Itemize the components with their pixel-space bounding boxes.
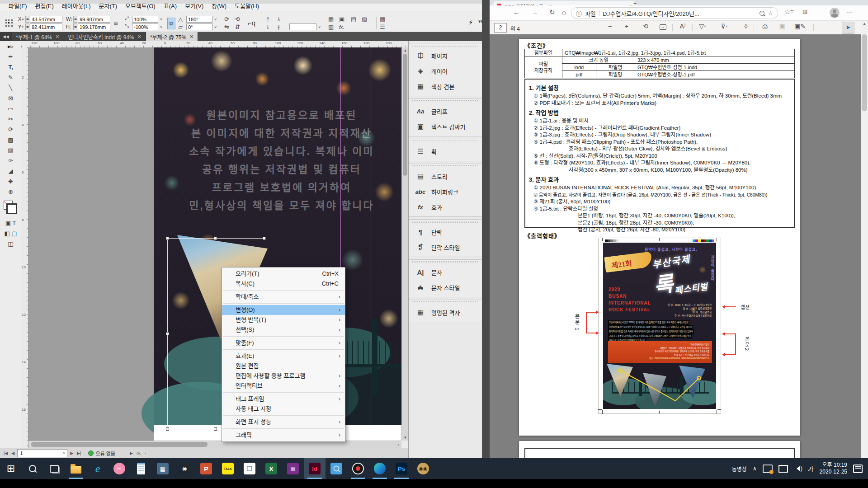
blue-book-app-button[interactable]: ❐ xyxy=(239,458,260,479)
page-number-input[interactable]: 2 xyxy=(494,23,507,33)
file-explorer-button[interactable] xyxy=(65,458,87,479)
close-icon[interactable]: ✕ xyxy=(137,34,142,40)
new-tab-icon[interactable]: + xyxy=(633,0,637,5)
prev-page-icon[interactable]: ◀ xyxy=(10,451,15,455)
text-frame-icon[interactable]: ▣ xyxy=(339,16,344,23)
tray-overflow-label[interactable]: 동영상 xyxy=(732,465,747,473)
history-clock-icon[interactable]: ◷, xyxy=(136,451,142,455)
panel-story[interactable]: ▤스토리 xyxy=(409,169,482,184)
task-view-button[interactable] xyxy=(43,458,65,479)
panel-layers[interactable]: ◈레이어 xyxy=(409,63,482,79)
owl-app-button[interactable]: ◉◉ xyxy=(412,458,434,479)
ctx-effects[interactable]: 효과(E)› xyxy=(222,351,345,361)
type-tool[interactable]: T, xyxy=(0,62,21,72)
scale-x-dropdown[interactable]: ˅ xyxy=(160,17,162,22)
ctx-zoom[interactable]: 확대/축소› xyxy=(222,292,345,302)
calculator-button[interactable]: ▦ xyxy=(152,458,174,479)
selection-handle[interactable] xyxy=(214,237,217,240)
selection-tool[interactable]: ▸▹ xyxy=(0,41,21,52)
read-aloud-icon[interactable]: A⁾ xyxy=(678,23,688,30)
panel-swatches[interactable]: ▦색상 견본 xyxy=(409,79,482,94)
screen-capture-button[interactable] xyxy=(326,458,347,479)
favorite-star-icon[interactable]: ☆ xyxy=(768,10,773,17)
scrollbar-thumb[interactable] xyxy=(31,442,208,447)
ctx-fitting[interactable]: 맞춤(F)› xyxy=(222,338,345,348)
scrollbar-thumb[interactable] xyxy=(403,54,407,176)
collections-icon[interactable]: ⊞ xyxy=(802,8,808,15)
ctx-copy[interactable]: 복사(C)Ctrl+C xyxy=(222,279,345,289)
save-icon[interactable]: ▣ xyxy=(777,23,787,30)
collapse-tabs-icon[interactable]: ◀◀ xyxy=(0,32,12,41)
fit-width-icon[interactable]: ↔ xyxy=(658,23,668,30)
distribute-icon[interactable]: ⫰ xyxy=(278,16,280,23)
x-field[interactable]: 43.547mm xyxy=(30,16,62,23)
pdf-content-area[interactable]: 《조건》 첨부파일 GTQ₩Image₩1급-1.ai, 1급-2.jpg, 1… xyxy=(490,34,861,458)
panel-paragraph[interactable]: ¶단락 xyxy=(409,224,482,239)
home-icon[interactable]: ⌂ xyxy=(562,8,566,16)
quick-apply-lightning-icon[interactable]: ⚡ xyxy=(468,19,473,27)
link-scale-icon[interactable]: ⧉ xyxy=(167,18,175,29)
next-page-icon[interactable]: ▶ xyxy=(69,451,74,455)
back-icon[interactable]: ← xyxy=(513,8,520,16)
notepad-button[interactable] xyxy=(130,458,152,479)
scrollbar-thumb[interactable] xyxy=(862,34,867,111)
stroke-weight-dropdown[interactable]: ˅ xyxy=(318,25,321,29)
vertical-ruler[interactable]: 246810121416 xyxy=(21,47,28,458)
frame-options-icon[interactable]: ▥ xyxy=(328,23,334,30)
ctx-edit-original[interactable]: 원본 편집 xyxy=(222,361,345,371)
vertical-scrollbar[interactable]: ▲ ▼ xyxy=(401,47,408,441)
h-field[interactable]: 199.178mm xyxy=(78,23,110,30)
selection-handle[interactable] xyxy=(214,427,217,431)
doc-tab-untitled1[interactable]: *무제-1 @ 64%✕ xyxy=(12,32,64,41)
formatting-affects-icon[interactable]: ▣ T xyxy=(0,218,21,228)
ctx-transform[interactable]: 변형(O)› xyxy=(222,305,345,315)
recorder-button[interactable] xyxy=(347,458,369,479)
purple-app-button[interactable]: ▦ xyxy=(282,458,304,479)
close-icon[interactable]: ✕ xyxy=(189,34,193,40)
search-button[interactable] xyxy=(22,458,43,479)
ime-korean-icon[interactable]: 가 xyxy=(808,464,814,473)
ctx-graphics[interactable]: 그래픽› xyxy=(222,430,345,440)
start-button[interactable]: ⊞ xyxy=(0,458,22,479)
flip-vertical-icon[interactable]: ⇵ xyxy=(235,23,240,30)
edge-scrollbar[interactable]: ▲ xyxy=(861,21,868,458)
excel-button[interactable]: X xyxy=(260,458,282,479)
photoshop-button[interactable]: Ps xyxy=(391,458,412,479)
ctx-select[interactable]: 선택(S)› xyxy=(222,325,345,335)
scroll-right-icon[interactable]: ‹ xyxy=(395,441,401,448)
ctx-autotag[interactable]: 자동 태그 지정 xyxy=(222,404,345,414)
preview-icon-1[interactable]: ▤ xyxy=(351,16,356,23)
panel-glyphs[interactable]: Aa글리프 xyxy=(409,103,482,119)
preview-icon-2[interactable]: ▧ xyxy=(362,16,367,23)
selection-handle[interactable] xyxy=(263,237,266,240)
panel-effects[interactable]: fx효과 xyxy=(409,199,482,215)
rotation-dropdown[interactable]: ˅ xyxy=(214,17,217,22)
page-number-dropdown[interactable]: 1 xyxy=(17,449,67,457)
rotate-cw-icon[interactable]: ⟳ xyxy=(224,16,229,23)
align-top-icon[interactable]: ⫯ xyxy=(267,16,269,23)
powerpoint-button[interactable]: P xyxy=(195,458,217,479)
address-bar[interactable]: ⓘ 파일 D:/수업자료/4.GTQ/인디자인/2020년... ☆ xyxy=(571,7,778,19)
scroll-up-icon[interactable]: ▲ xyxy=(861,21,868,27)
internet-explorer-button[interactable]: e xyxy=(87,458,108,479)
ctx-transform-again[interactable]: 변형 반복(T)› xyxy=(222,315,345,325)
note-tool[interactable]: ✑ xyxy=(0,155,21,166)
forward-icon[interactable]: → xyxy=(531,8,538,16)
shear-field[interactable]: 0° xyxy=(186,23,212,30)
eyedropper-tool[interactable]: ◢ xyxy=(0,166,21,176)
panel-named-grids[interactable]: ▦명명된 격자 xyxy=(409,305,482,320)
reference-point-proxy[interactable] xyxy=(5,19,13,27)
hand-tool[interactable]: ✥ xyxy=(0,176,21,187)
rotate-icon[interactable]: ⟲ xyxy=(641,23,651,30)
canvas[interactable]: 원본이미지 참고용으로 배포된 본 이미지에 대한 저작권과 지적재산 소속 작… xyxy=(28,47,401,441)
scroll-up-icon[interactable]: ▲ xyxy=(402,47,409,53)
edge-taskbar-button[interactable] xyxy=(369,458,391,479)
kakaotalk-button[interactable]: TALK xyxy=(217,458,239,479)
panel-character[interactable]: A|문자 xyxy=(409,264,482,280)
rotation-field[interactable]: 180° xyxy=(186,16,212,23)
rotate-ccw-icon[interactable]: ⟲ xyxy=(235,16,240,23)
grid-options-icon[interactable]: ▦ xyxy=(328,16,334,23)
horizontal-scrollbar[interactable]: ‹ xyxy=(28,441,401,448)
spacing-icon[interactable]: ⫲ xyxy=(278,23,279,31)
scale-y-dropdown[interactable]: ˅ xyxy=(160,25,162,29)
